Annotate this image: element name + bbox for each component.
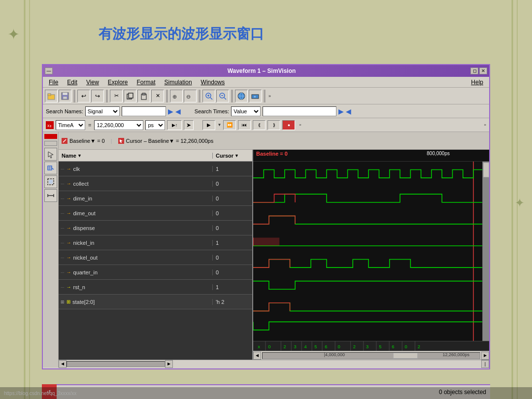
- signal-value-nickel-in: 1: [213, 240, 252, 246]
- signal-scroll-left-button[interactable]: ◀: [59, 360, 66, 368]
- search-times-back-button[interactable]: ◀: [346, 107, 351, 115]
- cursor-bar-extra-more[interactable]: »: [484, 123, 486, 127]
- toolbar-signal-add-button[interactable]: ⊕: [170, 90, 183, 102]
- waveform-vscrollbar[interactable]: [482, 162, 489, 341]
- url-text: https://blog.csdn.net/qq_3xxxx/xx: [4, 391, 76, 396]
- scroll-left-button[interactable]: ◀: [253, 352, 261, 360]
- signal-row-collect[interactable]: ··· → collect 0: [59, 176, 252, 191]
- baseline-info: Baseline▼ = 0: [69, 138, 105, 144]
- side-close-btn[interactable]: [44, 134, 57, 139]
- side-pin-btn[interactable]: [44, 141, 57, 146]
- toolbar-zoom-out-button[interactable]: [216, 90, 229, 102]
- svg-text:⊖: ⊖: [186, 94, 191, 100]
- signal-name-dime-out: ··· → dime_out: [59, 210, 213, 216]
- toolbar-save-button[interactable]: [59, 90, 71, 102]
- side-icon-measure[interactable]: [44, 189, 57, 202]
- playback-to-start-button[interactable]: ⟪: [253, 120, 266, 130]
- svg-line-23: [224, 98, 226, 100]
- cursor-time-select[interactable]: 12,260,000: [94, 120, 143, 130]
- search-times-input[interactable]: [263, 106, 336, 116]
- toolbar-more-button[interactable]: »: [267, 94, 272, 99]
- signal-row-rst-n[interactable]: ··· → rst_n 1: [59, 280, 252, 295]
- toolbar-paste-button[interactable]: [137, 90, 150, 102]
- cursor-icon-info: [118, 138, 124, 144]
- svg-text:2: 2: [418, 344, 420, 349]
- cursor-bar-more[interactable]: »: [299, 123, 301, 127]
- side-icon-zoom[interactable]: [44, 162, 57, 174]
- toolbar-copy-button[interactable]: [124, 90, 136, 102]
- menu-edit[interactable]: Edit: [63, 78, 81, 87]
- signal-row-dispense[interactable]: ··· → dispense 0: [59, 221, 252, 235]
- toolbar-cut-button[interactable]: ✂: [110, 90, 123, 102]
- menu-file[interactable]: File: [45, 78, 62, 87]
- signal-row-state[interactable]: ⊞ ⊞ state[2:0] 'h 2: [59, 295, 252, 309]
- window-controls: ◻ ✕: [470, 67, 487, 74]
- side-icon-select[interactable]: [44, 175, 57, 188]
- svg-text:4: 4: [304, 344, 306, 349]
- toolbar-delete-button[interactable]: ✕: [151, 90, 164, 102]
- signal-row-clk[interactable]: ··· → clk 1: [59, 162, 252, 176]
- playback-step-button[interactable]: ⏩: [223, 120, 236, 130]
- side-icon-cursor[interactable]: [44, 148, 57, 161]
- menu-windows[interactable]: Windows: [197, 78, 229, 87]
- menu-simulation[interactable]: Simulation: [161, 78, 196, 87]
- search-back-button[interactable]: ◀: [175, 107, 181, 115]
- window-restore-button[interactable]: ◻: [470, 67, 478, 74]
- window-close-button[interactable]: ✕: [479, 67, 487, 74]
- svg-rect-11: [63, 93, 67, 95]
- search-times-forward-button[interactable]: ▶: [338, 107, 344, 115]
- signal-list-hscrollbar[interactable]: ◀ ▶ |: [59, 360, 489, 367]
- menu-format[interactable]: Format: [133, 78, 160, 87]
- signal-scroll-track: [66, 361, 165, 367]
- signal-list-header: Name ▼ Cursor ▼: [59, 150, 252, 162]
- signal-name-nickel-in: ··· → nickel_in: [59, 240, 213, 246]
- menu-explore[interactable]: Explore: [104, 78, 132, 87]
- toolbar-zoom-in-button[interactable]: [202, 90, 215, 102]
- cursor-col-arrow: ▼: [234, 153, 239, 158]
- playback-record-button[interactable]: ●: [282, 120, 295, 130]
- svg-text:6: 6: [325, 344, 327, 349]
- menu-view[interactable]: View: [82, 78, 103, 87]
- waveform-panel: Baseline▼ = 0 | Cursor – Baseline▼ = 12,…: [59, 132, 489, 367]
- toolbar-add-signal-blue-button[interactable]: +: [249, 90, 262, 102]
- toolbar-world-button[interactable]: [235, 90, 248, 102]
- cursor-set-button[interactable]: ▶↑: [167, 120, 182, 130]
- scroll-right-button[interactable]: ▶: [481, 352, 489, 360]
- menu-help[interactable]: Help: [467, 78, 487, 87]
- playback-to-end-button[interactable]: ⟫: [267, 120, 280, 130]
- playback-play-button[interactable]: ▶: [202, 120, 215, 130]
- signal-row-nickel-out[interactable]: ··· → nickel_out 0: [59, 250, 252, 265]
- signal-rows: ··· → clk 1 ··· → collect: [59, 162, 252, 360]
- wave-hscrollbar[interactable]: ◀ ▶ |4,000,000 12,260,000ps: [253, 351, 489, 360]
- toolbar-redo-button[interactable]: ↪: [91, 90, 104, 102]
- search-bar: Search Names: Signal ▶ ◀ Search Times: V…: [43, 104, 489, 118]
- signal-scroll-to-cursor[interactable]: |: [481, 360, 489, 368]
- wave-canvas[interactable]: [253, 162, 489, 341]
- playback-rewind-button[interactable]: ⏮: [238, 120, 251, 130]
- wave-header: Baseline = 0 800,000ps: [253, 150, 489, 162]
- window-minimize-button[interactable]: —: [45, 67, 53, 74]
- cursor-name-select[interactable]: TimeA: [56, 120, 85, 130]
- signal-value-clk: 1: [213, 166, 252, 172]
- toolbar-signal-remove-button[interactable]: ⊖: [184, 90, 197, 102]
- search-names-type-select[interactable]: Signal: [85, 106, 120, 116]
- toolbar-undo-button[interactable]: ↩: [77, 90, 90, 102]
- toolbar-open-button[interactable]: [45, 90, 58, 102]
- signal-row-nickel-in[interactable]: ··· → nickel_in 1: [59, 235, 252, 250]
- search-forward-button[interactable]: ▶: [168, 107, 173, 115]
- signal-row-dime-out[interactable]: ··· → dime_out 0: [59, 206, 252, 221]
- signal-scroll-right-button[interactable]: ▶: [165, 360, 173, 368]
- signal-value-collect: 0: [213, 181, 252, 187]
- search-names-input[interactable]: [122, 106, 166, 116]
- svg-text:3: 3: [366, 344, 368, 349]
- toolbar-separator-3: [166, 90, 168, 102]
- cursor-go-button[interactable]: ➤: [184, 120, 194, 130]
- signal-row-quarter-in[interactable]: ··· → quarter_in 0: [59, 265, 252, 280]
- svg-text:0: 0: [268, 344, 270, 349]
- signal-row-dime-in[interactable]: ··· → dime_in 0: [59, 191, 252, 206]
- signal-name-clk: ··· → clk: [59, 166, 213, 172]
- cursor-unit-select[interactable]: ps: [145, 120, 165, 130]
- signal-value-rst-n: 1: [213, 284, 252, 290]
- wave-time-ruler: x 0 2 3 4 5 6: [253, 341, 489, 351]
- search-times-type-select[interactable]: Value: [231, 106, 261, 116]
